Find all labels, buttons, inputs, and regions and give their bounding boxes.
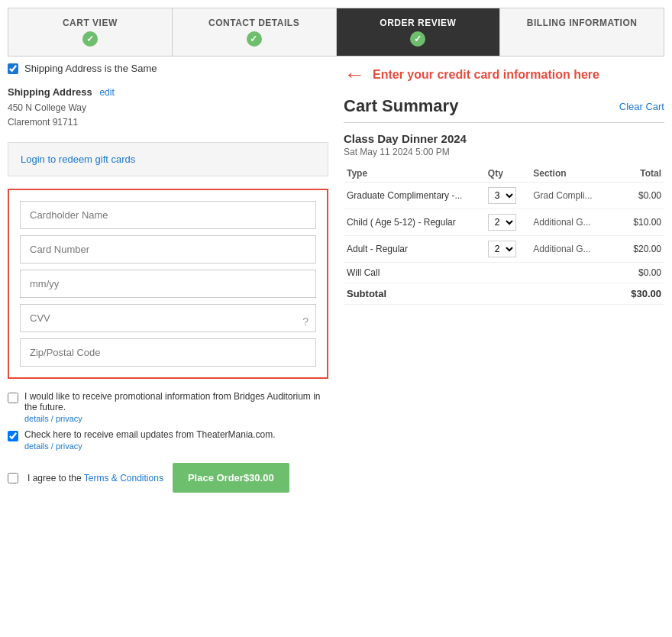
expiry-input[interactable] — [20, 270, 316, 298]
address-line2: Claremont 91711 — [8, 115, 328, 130]
gift-card-link[interactable]: Login to redeem gift cards — [21, 154, 135, 165]
left-column: Shipping Address is the Same Shipping Ad… — [8, 63, 328, 493]
step-order-check: ✓ — [410, 31, 425, 47]
bottom-checkboxes: I would like to receive promotional info… — [8, 391, 328, 451]
row2-section: Additional G... — [530, 236, 616, 263]
annotation-text: Enter your credit card information here — [373, 67, 599, 83]
shipping-same-row: Shipping Address is the Same — [8, 63, 328, 74]
table-row: Adult - Regular 213 Additional G... $20.… — [344, 236, 664, 263]
row0-qty-select[interactable]: 3124 — [488, 187, 516, 204]
address-line1: 450 N College Way — [8, 101, 328, 115]
arrow-icon: ← — [344, 63, 365, 87]
step-contact-details[interactable]: CONTACT DETAILS ✓ — [173, 8, 337, 56]
cvv-input[interactable] — [20, 304, 316, 332]
terms-link[interactable]: Terms & Conditions — [84, 473, 163, 483]
cvv-info-icon[interactable]: ? — [302, 315, 309, 328]
event-title: Class Day Dinner 2024 — [344, 132, 664, 145]
promo-links: details / privacy — [24, 414, 328, 423]
step-contact-check: ✓ — [247, 31, 262, 47]
theater-privacy-link[interactable]: privacy — [56, 441, 82, 451]
cart-table: Type Qty Section Total Graduate Complime… — [344, 165, 664, 305]
will-call-row: Will Call $0.00 — [344, 263, 664, 283]
row2-total: $20.00 — [616, 236, 664, 263]
step-billing-info[interactable]: BILLING INFORMATION — [500, 8, 664, 56]
agree-checkbox[interactable] — [8, 473, 18, 483]
col-type: Type — [344, 165, 485, 183]
promo-check-row: I would like to receive promotional info… — [8, 391, 328, 423]
step-cart-label: CART VIEW — [63, 18, 118, 28]
annotation: ← Enter your credit card information her… — [344, 63, 664, 87]
cart-summary-title: Cart Summary — [344, 96, 458, 116]
theater-links: details / privacy — [24, 441, 276, 451]
col-qty: Qty — [485, 165, 530, 183]
place-order-row: I agree to the Terms & Conditions Place … — [8, 463, 328, 493]
cart-divider — [344, 122, 664, 123]
step-cart-view[interactable]: CART VIEW ✓ — [8, 8, 173, 56]
row0-section: Grad Compli... — [530, 183, 616, 209]
checkout-steps: CART VIEW ✓ CONTACT DETAILS ✓ ORDER REVI… — [8, 8, 664, 57]
cart-table-head: Type Qty Section Total — [344, 165, 664, 183]
agree-label: I agree to the Terms & Conditions — [27, 473, 163, 483]
cart-summary-header: Cart Summary Clear Cart — [344, 96, 664, 116]
row1-qty: 213 — [485, 209, 530, 236]
theater-label: Check here to receive email updates from… — [24, 429, 276, 440]
table-row: Child ( Age 5-12) - Regular 213 Addition… — [344, 209, 664, 236]
row1-total: $10.00 — [616, 209, 664, 236]
gift-card-box: Login to redeem gift cards — [8, 142, 328, 176]
step-order-label: ORDER REVIEW — [380, 18, 456, 28]
row1-qty-select[interactable]: 213 — [488, 214, 516, 231]
row1-section: Additional G... — [530, 209, 616, 236]
row0-total: $0.00 — [616, 183, 664, 209]
theater-checkbox[interactable] — [8, 431, 18, 441]
cc-form: ? — [8, 189, 328, 379]
cardholder-name-input[interactable] — [20, 201, 316, 229]
subtotal-label: Subtotal — [344, 283, 616, 305]
will-call-total: $0.00 — [616, 263, 664, 283]
promo-privacy-link[interactable]: privacy — [56, 414, 82, 423]
row0-qty: 3124 — [485, 183, 530, 209]
shipping-same-checkbox[interactable] — [8, 63, 18, 74]
theater-details-link[interactable]: details — [24, 441, 49, 451]
promo-details-link[interactable]: details — [24, 414, 49, 423]
will-call-label: Will Call — [344, 263, 616, 283]
edit-address-link[interactable]: edit — [99, 87, 114, 98]
promo-label: I would like to receive promotional info… — [24, 391, 321, 412]
event-date: Sat May 11 2024 5:00 PM — [344, 147, 664, 157]
theater-check-row: Check here to receive email updates from… — [8, 429, 328, 451]
card-number-input[interactable] — [20, 235, 316, 264]
promo-checkbox[interactable] — [8, 393, 18, 403]
address-heading: Shipping Address edit — [8, 86, 328, 98]
row1-type: Child ( Age 5-12) - Regular — [344, 209, 485, 236]
right-column: ← Enter your credit card information her… — [344, 63, 664, 493]
cvv-row: ? — [20, 304, 316, 338]
table-row: Graduate Complimentary -... 3124 Grad Co… — [344, 183, 664, 209]
step-billing-label: BILLING INFORMATION — [527, 18, 638, 28]
step-contact-label: CONTACT DETAILS — [208, 18, 299, 28]
clear-cart-link[interactable]: Clear Cart — [619, 101, 664, 112]
col-total: Total — [616, 165, 664, 183]
row2-type: Adult - Regular — [344, 236, 485, 263]
col-section: Section — [530, 165, 616, 183]
shipping-same-label: Shipping Address is the Same — [24, 63, 157, 74]
step-cart-check: ✓ — [82, 31, 98, 47]
row2-qty-select[interactable]: 213 — [488, 241, 516, 257]
place-order-button[interactable]: Place Order$30.00 — [173, 463, 289, 493]
zip-input[interactable] — [20, 338, 316, 367]
subtotal-row: Subtotal $30.00 — [344, 283, 664, 305]
address-section: Shipping Address edit 450 N College Way … — [8, 86, 328, 130]
row0-type: Graduate Complimentary -... — [344, 183, 485, 209]
cart-table-body: Graduate Complimentary -... 3124 Grad Co… — [344, 183, 664, 305]
subtotal-value: $30.00 — [616, 283, 664, 305]
row2-qty: 213 — [485, 236, 530, 263]
step-order-review[interactable]: ORDER REVIEW ✓ — [337, 8, 501, 56]
